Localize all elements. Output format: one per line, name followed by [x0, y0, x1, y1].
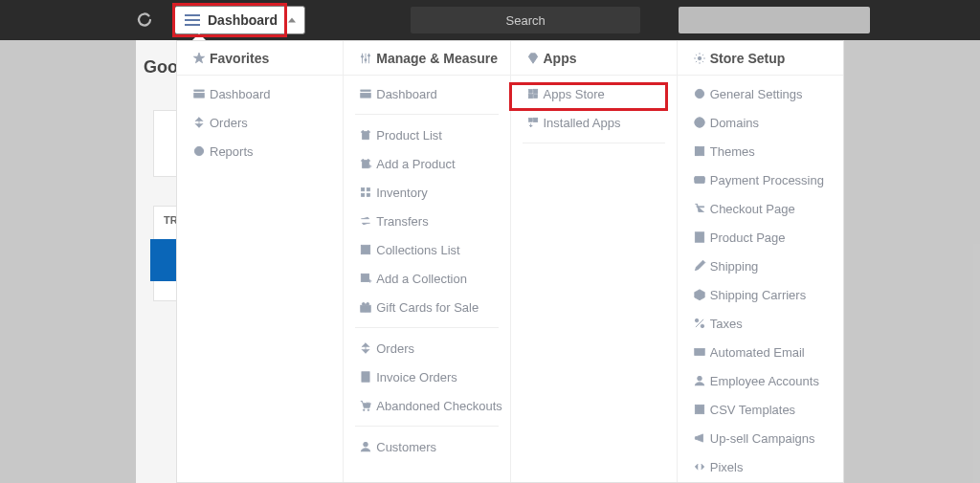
- product-page-icon: [689, 231, 710, 244]
- item-label: Invoice Orders: [376, 370, 457, 384]
- nav-pixels[interactable]: Pixels: [678, 452, 843, 481]
- cart-x-icon: [355, 399, 376, 412]
- svg-rect-6: [361, 90, 371, 92]
- box-icon: [689, 288, 710, 301]
- setup-header: Store Setup: [678, 41, 843, 76]
- nav-product-page[interactable]: Product Page: [678, 223, 843, 252]
- dashboard-menu-label: Dashboard: [208, 12, 278, 28]
- download-icon: [523, 116, 544, 129]
- collections-plus-icon: [355, 272, 376, 285]
- nav-transfers[interactable]: Transfers: [344, 207, 509, 235]
- search-placeholder: Search: [506, 13, 546, 28]
- item-label: Payment Processing: [710, 173, 824, 187]
- svg-rect-14: [362, 274, 369, 281]
- nav-abandoned-checkouts[interactable]: Abandoned Checkouts: [344, 391, 509, 420]
- svg-rect-10: [362, 193, 366, 197]
- logo-icon: [136, 11, 153, 29]
- favorites-title: Favorites: [210, 51, 269, 66]
- svg-point-36: [695, 318, 699, 322]
- nav-upsell-campaigns[interactable]: Up-sell Campaigns: [678, 424, 843, 452]
- svg-rect-22: [528, 95, 532, 99]
- item-label: Themes: [710, 144, 755, 159]
- nav-employee-accounts[interactable]: Employee Accounts: [678, 366, 843, 395]
- orders-icon: [355, 341, 376, 355]
- pencil-icon: [689, 259, 710, 273]
- dashboard-menu-button[interactable]: Dashboard: [174, 6, 305, 34]
- brand-logo[interactable]: [124, 0, 165, 40]
- item-label: Employee Accounts: [710, 374, 819, 388]
- reports-icon: [189, 144, 210, 158]
- nav-themes[interactable]: Themes: [678, 137, 843, 165]
- svg-point-35: [697, 234, 699, 236]
- dashboard-icon: [189, 87, 210, 100]
- main-navigation-menu: Favorites Dashboard Orders Reports Manag…: [176, 40, 844, 483]
- nav-product-list[interactable]: Product List: [344, 121, 509, 149]
- svg-rect-13: [363, 247, 368, 252]
- nav-add-product[interactable]: Add a Product: [344, 149, 509, 178]
- nav-inventory[interactable]: Inventory: [344, 178, 509, 207]
- nav-domains[interactable]: Domains: [678, 108, 843, 137]
- nav-gift-cards[interactable]: Gift Cards for Sale: [344, 293, 509, 321]
- search-input[interactable]: Search: [411, 7, 640, 33]
- item-label: Product List: [376, 128, 442, 143]
- nav-checkout-page[interactable]: Checkout Page: [678, 194, 843, 223]
- orders-icon: [189, 116, 210, 129]
- svg-point-37: [701, 324, 704, 328]
- item-label: CSV Templates: [710, 403, 795, 417]
- svg-point-26: [698, 56, 702, 60]
- menu-column-setup: Store Setup General Settings Domains The…: [678, 41, 843, 482]
- nav-csv-templates[interactable]: CSV Templates: [678, 395, 843, 424]
- svg-rect-0: [194, 90, 205, 92]
- item-label: Collections List: [376, 243, 459, 257]
- nav-orders[interactable]: Orders: [344, 334, 509, 362]
- item-label: Taxes: [710, 317, 743, 331]
- menu-separator: [355, 426, 498, 427]
- item-label: Customers: [376, 440, 436, 454]
- svg-rect-9: [367, 187, 370, 191]
- nav-apps-store[interactable]: Apps Store: [511, 79, 677, 108]
- menu-column-apps: Apps Apps Store Installed Apps: [511, 41, 678, 482]
- item-label: Inventory: [376, 186, 427, 200]
- nav-favorites-dashboard[interactable]: Dashboard: [177, 79, 343, 108]
- user-icon: [355, 440, 376, 453]
- svg-rect-23: [533, 95, 537, 99]
- item-label: Transfers: [376, 214, 428, 229]
- nav-installed-apps[interactable]: Installed Apps: [511, 108, 677, 137]
- svg-rect-20: [528, 89, 532, 93]
- item-label: Checkout Page: [710, 202, 795, 216]
- svg-point-3: [362, 55, 364, 57]
- nav-payment-processing[interactable]: Payment Processing: [678, 165, 843, 194]
- item-label: Shipping Carriers: [710, 288, 806, 302]
- nav-invoice-orders[interactable]: Invoice Orders: [344, 362, 509, 391]
- toolbar-placeholder: [679, 7, 870, 33]
- nav-manage-dashboard[interactable]: Dashboard: [344, 79, 509, 108]
- nav-shipping[interactable]: Shipping: [678, 252, 843, 280]
- menu-column-favorites: Favorites Dashboard Orders Reports: [177, 41, 344, 482]
- shirt-plus-icon: [355, 157, 376, 170]
- star-icon: [189, 52, 210, 65]
- apps-header: Apps: [511, 41, 677, 76]
- chevron-up-icon: [288, 18, 296, 23]
- menu-separator: [355, 327, 498, 328]
- nav-favorites-orders[interactable]: Orders: [177, 108, 343, 137]
- nav-customers[interactable]: Customers: [344, 432, 509, 461]
- top-bar: Dashboard Search: [0, 0, 980, 40]
- svg-rect-21: [533, 89, 537, 93]
- svg-rect-25: [533, 118, 537, 121]
- svg-rect-8: [362, 187, 366, 191]
- item-label: Orders: [376, 341, 414, 356]
- nav-general-settings[interactable]: General Settings: [678, 79, 843, 108]
- svg-point-17: [364, 409, 366, 411]
- item-label: Orders: [210, 116, 248, 130]
- svg-rect-7: [361, 93, 371, 98]
- manage-title: Manage & Measure: [376, 51, 498, 66]
- nav-automated-email[interactable]: Automated Email: [678, 338, 843, 366]
- transfer-icon: [355, 214, 376, 228]
- nav-shipping-carriers[interactable]: Shipping Carriers: [678, 280, 843, 309]
- nav-taxes[interactable]: Taxes: [678, 309, 843, 338]
- nav-collections-list[interactable]: Collections List: [344, 235, 509, 264]
- nav-add-collection[interactable]: Add a Collection: [344, 264, 509, 293]
- nav-favorites-reports[interactable]: Reports: [177, 137, 343, 165]
- svg-rect-31: [695, 146, 699, 155]
- item-label: Product Page: [710, 231, 786, 245]
